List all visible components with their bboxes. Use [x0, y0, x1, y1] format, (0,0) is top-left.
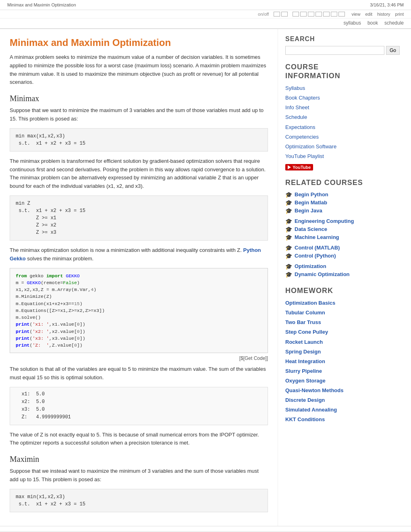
course-link-eng-computing[interactable]: Engineering Computing [295, 218, 354, 224]
course-link-control-matlab[interactable]: Control (MATLAB) [295, 245, 340, 251]
course-data-science: 🎓 Data Science [285, 225, 400, 233]
sidebar-link-expectations[interactable]: Expectations [285, 123, 400, 132]
course-link-matlab[interactable]: Begin Matlab [295, 200, 327, 206]
course-icon-eng-computing: 🎓 [285, 218, 292, 224]
toolbar: on/off view edit history print [0, 10, 411, 19]
sidebar-link-optimization-software[interactable]: Optimization Software [285, 142, 400, 152]
search-title: SEARCH [285, 35, 400, 43]
minimax-intro: Suppose that we want to minimize the max… [10, 106, 268, 123]
related-courses-title: RELATED COURSES [285, 179, 400, 187]
hw-two-bar-truss[interactable]: Two Bar Truss [285, 318, 400, 327]
hw-heat-integration[interactable]: Heat Integration [285, 357, 400, 366]
course-info-title: COURSEINFORMATION [285, 63, 400, 80]
hw-tubular-column[interactable]: Tubular Column [285, 308, 400, 318]
history-action[interactable]: history [377, 12, 390, 17]
minimax-text2-post: solves the minimax problem. [26, 256, 93, 262]
course-icon-matlab: 🎓 [285, 200, 292, 206]
course-icon-ml: 🎓 [285, 234, 292, 241]
hw-spring-design[interactable]: Spring Design [285, 347, 400, 357]
print-action[interactable]: print [395, 12, 404, 17]
hw-oxygen-storage[interactable]: Oxygen Storage [285, 376, 400, 386]
page-title: Minimax and Maximin Optimization [10, 37, 268, 48]
get-code-section: [$[Get Code]] [10, 355, 268, 361]
hw-step-cone-pulley[interactable]: Step Cone Pulley [285, 327, 400, 337]
course-optimization: 🎓 Optimization [285, 262, 400, 270]
toolbar-icon-3[interactable] [293, 12, 299, 17]
maximin-heading: Maximin [10, 455, 268, 464]
sidebar-link-competencies[interactable]: Competencies [285, 132, 400, 142]
toolbar-icon-1[interactable] [274, 12, 280, 17]
toolbar-icon-6[interactable] [316, 12, 322, 17]
course-link-java[interactable]: Begin Java [295, 208, 322, 214]
code-block-4: max min(x1,x2,x3) s.t. x1 + x2 + x3 = 15 [10, 489, 268, 512]
output-block: x1: 5.0 x2: 5.0 x3: 5.0 Z: 4.9999999901 [10, 387, 268, 425]
hw-slurry-pipeline[interactable]: Slurry Pipeline [285, 366, 400, 376]
course-link-control-python[interactable]: Control (Python) [295, 253, 336, 259]
hw-optimization-basics[interactable]: Optimization Basics [285, 298, 400, 308]
toolbar-icon-5[interactable] [308, 12, 314, 17]
course-icon-control-python: 🎓 [285, 253, 292, 259]
course-link-ml[interactable]: Machine Learning [295, 234, 339, 240]
course-icon-java: 🎓 [285, 208, 292, 214]
sidebar-link-info-sheet[interactable]: Info Sheet [285, 103, 400, 112]
search-button[interactable]: Go [386, 46, 400, 55]
course-control-matlab: 🎓 Control (MATLAB) [285, 244, 400, 252]
intro-paragraph: A minimax problem seeks to minimize the … [10, 53, 268, 87]
get-code-link[interactable]: [$[Get Code]] [239, 355, 268, 361]
youtube-play-icon [288, 165, 291, 169]
course-icon-python: 🎓 [285, 191, 292, 198]
toolbar-icon-7[interactable] [323, 12, 330, 17]
toolbar-icon-2[interactable] [281, 12, 288, 17]
view-action[interactable]: view [351, 12, 360, 17]
homework-title: HOMEWORK [285, 287, 400, 295]
nav-schedule[interactable]: schedule [384, 20, 404, 26]
code-block-1: min max(x1,x2,x3) s.t. x1 + x2 + x3 = 15 [10, 128, 268, 152]
course-link-python[interactable]: Begin Python [295, 191, 328, 197]
maximin-intro: Suppose that we instead want to maximize… [10, 467, 268, 484]
hw-quasi-newton[interactable]: Quasi-Newton Methods [285, 386, 400, 395]
onoff-label: on/off [258, 12, 269, 17]
course-icon-control-matlab: 🎓 [285, 245, 292, 251]
toolbar-icon-9[interactable] [338, 12, 345, 17]
course-link-optimization[interactable]: Optimization [295, 263, 326, 269]
course-begin-matlab: 🎓 Begin Matlab [285, 199, 400, 207]
sidebar-link-book-chapters[interactable]: Book Chapters [285, 93, 400, 103]
course-link-dynamic-opt[interactable]: Dynamic Optimization [295, 271, 350, 277]
main-layout: Minimax and Maximin Optimization A minim… [0, 29, 411, 526]
minimax-heading: Minimax [10, 94, 268, 103]
sidebar-link-schedule[interactable]: Schedule [285, 112, 400, 122]
course-machine-learning: 🎓 Machine Learning [285, 233, 400, 241]
toolbar-icons [274, 12, 345, 17]
sidebar-link-syllabus[interactable]: Syllabus [285, 83, 400, 93]
hw-simulated-annealing[interactable]: Simulated Annealing [285, 405, 400, 415]
course-icon-data-science: 🎓 [285, 226, 292, 233]
nav-book[interactable]: book [367, 20, 378, 26]
minimax-text2-pre: The minimax optimization solution is now… [10, 247, 243, 253]
course-dynamic-optimization: 🎓 Dynamic Optimization [285, 270, 400, 278]
sidebar-link-youtube-playlist[interactable]: YouTube Playlist [285, 152, 400, 161]
hw-kkt-conditions[interactable]: KKT Conditions [285, 415, 400, 424]
course-icon-optimization: 🎓 [285, 263, 292, 270]
minimax-text1: The minimax problem is transformed for e… [10, 157, 268, 191]
edit-action[interactable]: edit [365, 12, 372, 17]
course-link-data-science[interactable]: Data Science [295, 226, 327, 232]
course-engineering-computing: 🎓 Engineering Computing [285, 217, 400, 225]
youtube-badge[interactable]: YouTube [285, 164, 313, 170]
page-title-topbar: Minimax and Maximin Optimization [7, 2, 76, 7]
search-section: SEARCH Go [285, 35, 400, 55]
nav-links: syllabus book schedule [0, 19, 411, 29]
solution-text: The solution is that all of the variable… [10, 365, 268, 382]
toolbar-icon-8[interactable] [331, 12, 337, 17]
homework-section: HOMEWORK Optimization Basics Tubular Col… [285, 287, 400, 425]
nav-syllabus[interactable]: syllabus [344, 20, 361, 26]
sidebar: SEARCH Go COURSEINFORMATION Syllabus Boo… [278, 29, 407, 526]
code-block-3: from gekko import GEKKO m = GEKKO(remote… [10, 268, 268, 353]
toolbar-icon-4[interactable] [300, 12, 307, 17]
z-text: The value of Z is not exactly equal to 5… [10, 431, 268, 448]
content-area: Minimax and Maximin Optimization A minim… [0, 29, 278, 526]
search-input[interactable] [285, 46, 384, 55]
course-icon-dynamic-opt: 🎓 [285, 271, 292, 278]
hw-rocket-launch[interactable]: Rocket Launch [285, 337, 400, 347]
course-begin-python: 🎓 Begin Python [285, 191, 400, 199]
hw-discrete-design[interactable]: Discrete Design [285, 395, 400, 405]
